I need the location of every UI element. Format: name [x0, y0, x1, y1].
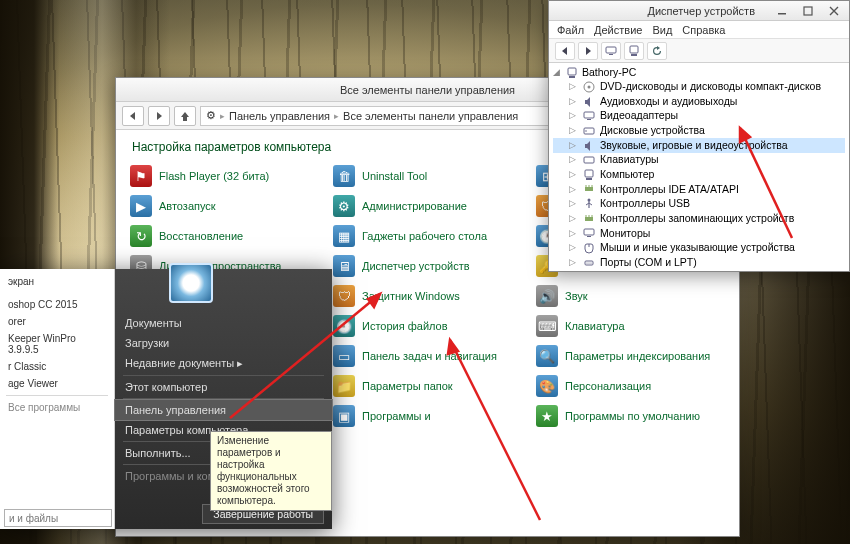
tree-node-8[interactable]: ▷Контроллеры USB: [553, 197, 845, 212]
window-title-bar[interactable]: Диспетчер устройств: [549, 1, 849, 21]
expand-icon[interactable]: ▷: [569, 140, 578, 152]
cp-item-22[interactable]: 📁Параметры папок: [329, 372, 526, 400]
expand-icon[interactable]: ▷: [569, 228, 578, 240]
expand-icon[interactable]: ▷: [569, 213, 578, 225]
cp-item-13[interactable]: 🛡Защитник Windows: [329, 282, 526, 310]
expand-icon[interactable]: ▷: [569, 242, 578, 254]
close-button[interactable]: [825, 4, 843, 18]
tree-label: Клавиатуры: [600, 153, 659, 167]
tool-refresh[interactable]: [647, 42, 667, 60]
tree-node-13[interactable]: ▷Процессоры: [553, 270, 845, 271]
tree-node-1[interactable]: ▷Аудиовходы и аудиовыходы: [553, 94, 845, 109]
expand-icon[interactable]: ▷: [569, 257, 578, 269]
cp-item-14[interactable]: 🔊Звук: [532, 282, 729, 310]
tree-node-0[interactable]: ▷DVD-дисководы и дисководы компакт-диско…: [553, 80, 845, 95]
up-button[interactable]: [174, 106, 196, 126]
program-3[interactable]: orer: [0, 313, 114, 330]
program-0[interactable]: экран: [0, 273, 114, 290]
tree-root[interactable]: ◢ Bathory-PC: [553, 66, 845, 80]
user-avatar[interactable]: [169, 263, 213, 303]
cp-item-label: Администрирование: [362, 200, 467, 212]
minimize-button[interactable]: [773, 4, 791, 18]
cp-item-17[interactable]: ⌨Клавиатура: [532, 312, 729, 340]
cp-item-3[interactable]: ▶Автозапуск: [126, 192, 323, 220]
tree-node-4[interactable]: ▷Звуковые, игровые и видеоустройства: [553, 138, 845, 153]
forward-button[interactable]: [148, 106, 170, 126]
cp-item-label: Диспетчер устройств: [362, 260, 470, 272]
menu-bar: ФайлДействиеВидСправка: [549, 21, 849, 39]
menu-3[interactable]: Справка: [682, 24, 725, 36]
expand-icon[interactable]: ▷: [569, 154, 578, 166]
cp-item-6[interactable]: ↻Восстановление: [126, 222, 323, 250]
device-icon: [582, 81, 596, 93]
maximize-button[interactable]: [799, 4, 817, 18]
tool-computer[interactable]: [624, 42, 644, 60]
cp-item-label: Персонализация: [565, 380, 651, 392]
tree-node-5[interactable]: ▷Клавиатуры: [553, 153, 845, 168]
cp-item-23[interactable]: 🎨Персонализация: [532, 372, 729, 400]
device-icon: [582, 96, 596, 108]
tool-display[interactable]: [601, 42, 621, 60]
tree-node-3[interactable]: ▷Дисковые устройства: [553, 124, 845, 139]
breadcrumb-seg-1[interactable]: Все элементы панели управления: [343, 110, 518, 122]
cp-item-icon: ★: [536, 405, 558, 427]
cp-item-icon: ▦: [333, 225, 355, 247]
expand-icon[interactable]: ▷: [569, 110, 578, 122]
cp-item-icon: 🕘: [333, 315, 355, 337]
program-5[interactable]: r Classic: [0, 358, 114, 375]
menu-1[interactable]: Действие: [594, 24, 642, 36]
tool-fwd[interactable]: [578, 42, 598, 60]
cp-item-4[interactable]: ⚙Администрирование: [329, 192, 526, 220]
expand-icon[interactable]: ▷: [569, 198, 578, 210]
cp-item-0[interactable]: ⚑Flash Player (32 бита): [126, 162, 323, 190]
cp-item-icon: 🖥: [333, 255, 355, 277]
device-icon: [582, 242, 596, 254]
search-input[interactable]: и и файлы: [4, 509, 112, 527]
expand-icon[interactable]: ▷: [569, 125, 578, 137]
tree-node-12[interactable]: ▷Порты (COM и LPT): [553, 255, 845, 270]
tooltip: Изменение параметров и настройка функцио…: [210, 431, 332, 511]
tool-back[interactable]: [555, 42, 575, 60]
tree-node-6[interactable]: ▷Компьютер: [553, 167, 845, 182]
tree-label: Компьютер: [600, 168, 654, 182]
expand-icon[interactable]: ▷: [569, 184, 578, 196]
cp-item-25[interactable]: ▣Программы и: [329, 402, 526, 430]
menu-0[interactable]: Файл: [557, 24, 584, 36]
cp-item-7[interactable]: ▦Гаджеты рабочего стола: [329, 222, 526, 250]
place-1[interactable]: Загрузки: [115, 333, 332, 353]
cp-item-1[interactable]: 🗑Uninstall Tool: [329, 162, 526, 190]
place-0[interactable]: Документы: [115, 313, 332, 333]
place-4[interactable]: Панель управления: [115, 400, 332, 420]
cp-item-20[interactable]: 🔍Параметры индексирования: [532, 342, 729, 370]
tree-node-2[interactable]: ▷Видеоадаптеры: [553, 109, 845, 124]
start-menu: экранoshop CC 2015orerKeeper WinPro 3.9.…: [0, 269, 332, 529]
tree-label: Процессоры: [600, 270, 661, 271]
expand-icon[interactable]: ▷: [569, 96, 578, 108]
program-6[interactable]: age Viewer: [0, 375, 114, 392]
device-icon: [582, 154, 596, 166]
tree-node-11[interactable]: ▷Мыши и иные указывающие устройства: [553, 241, 845, 256]
cp-item-icon: ▭: [333, 345, 355, 367]
device-icon: [582, 227, 596, 239]
cp-item-label: Параметры папок: [362, 380, 453, 392]
breadcrumb-seg-0[interactable]: Панель управления: [229, 110, 330, 122]
all-programs[interactable]: Все программы: [0, 399, 114, 416]
tree-node-7[interactable]: ▷Контроллеры IDE ATA/ATAPI: [553, 182, 845, 197]
menu-2[interactable]: Вид: [652, 24, 672, 36]
tree-node-10[interactable]: ▷Мониторы: [553, 226, 845, 241]
cp-item-10[interactable]: 🖥Диспетчер устройств: [329, 252, 526, 280]
device-icon: [582, 140, 596, 152]
back-button[interactable]: [122, 106, 144, 126]
cp-item-19[interactable]: ▭Панель задач и навигация: [329, 342, 526, 370]
place-2[interactable]: Недавние документы ▸: [115, 353, 332, 374]
expand-icon[interactable]: ▷: [569, 81, 578, 93]
expand-icon[interactable]: ▷: [569, 169, 578, 181]
place-3[interactable]: Этот компьютер: [115, 377, 332, 397]
program-4[interactable]: Keeper WinPro 3.9.9.5: [0, 330, 114, 358]
program-2[interactable]: oshop CC 2015: [0, 296, 114, 313]
tree-node-9[interactable]: ▷Контроллеры запоминающих устройств: [553, 211, 845, 226]
start-menu-programs: экранoshop CC 2015orerKeeper WinPro 3.9.…: [0, 269, 115, 529]
device-tree: ◢ Bathory-PC ▷DVD-дисководы и дисководы …: [549, 63, 849, 271]
cp-item-26[interactable]: ★Программы по умолчанию: [532, 402, 729, 430]
cp-item-16[interactable]: 🕘История файлов: [329, 312, 526, 340]
